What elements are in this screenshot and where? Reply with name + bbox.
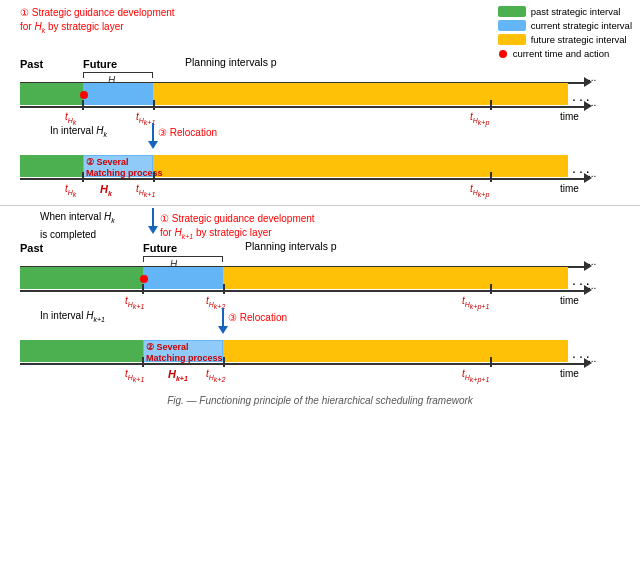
tick-hk1-bot1 bbox=[142, 284, 144, 294]
several-matching-label: ② Several Matching process bbox=[86, 157, 163, 179]
legend-label-dot: current time and action bbox=[513, 48, 610, 59]
tick-hk-2 bbox=[82, 172, 84, 182]
tick-hk-1 bbox=[82, 100, 84, 110]
legend-label-future: future strategic interval bbox=[531, 34, 627, 45]
legend-item-dot: current time and action bbox=[498, 48, 632, 59]
in-interval-bot: In interval Hk+1 bbox=[40, 310, 105, 323]
red-dot-bot bbox=[140, 275, 148, 283]
dots-bot-2: ... bbox=[588, 168, 596, 179]
divider bbox=[0, 205, 640, 206]
blue-bar-bot bbox=[143, 267, 223, 289]
relocation-label-1: ③ Relocation bbox=[158, 127, 217, 138]
green-bar-bot2 bbox=[20, 340, 143, 362]
legend-label-current: current strategic interval bbox=[531, 20, 632, 31]
tick-hk2-bot2 bbox=[223, 357, 225, 367]
legend-item-past: past strategic interval bbox=[498, 6, 632, 17]
t-hk1-bot1: tHk+1 bbox=[125, 295, 144, 310]
yellow-bar-1 bbox=[153, 83, 568, 105]
yellow-bar-bot bbox=[223, 267, 568, 289]
future-label-1: Future bbox=[83, 58, 117, 70]
axis-bottom-1 bbox=[20, 106, 585, 108]
t-hk1-2: tHk+1 bbox=[136, 183, 155, 198]
axis-bottom-2 bbox=[20, 178, 585, 180]
in-interval-annot-1: In interval Hk bbox=[50, 125, 107, 138]
t-hk2-bot2: tHk+2 bbox=[206, 368, 225, 383]
time-label-1: time bbox=[560, 111, 579, 122]
diagram-container: past strategic interval current strategi… bbox=[0, 0, 640, 572]
arrow-head-bot bbox=[218, 326, 228, 334]
legend-color-future bbox=[498, 34, 526, 45]
blue-bar-1 bbox=[83, 83, 153, 105]
axis-bottom-bot2 bbox=[20, 363, 585, 365]
arrow-down-bottom-1 bbox=[148, 208, 158, 234]
time-label-2: time bbox=[560, 183, 579, 194]
tick-hkp-1 bbox=[490, 100, 492, 110]
legend-item-future: future strategic interval bbox=[498, 34, 632, 45]
red-dot-1 bbox=[80, 91, 88, 99]
relocation-arrow-bot bbox=[218, 308, 228, 334]
planning-label-1: Planning intervals p bbox=[185, 56, 277, 68]
legend-color-current bbox=[498, 20, 526, 31]
tick-hkp-2 bbox=[490, 172, 492, 182]
t-hk1-bot2: tHk+1 bbox=[125, 368, 144, 383]
relocation-arrow-1 bbox=[148, 123, 158, 149]
hk1-bold-bot: Hk+1 bbox=[168, 368, 188, 382]
yellow-bar-bot2 bbox=[223, 340, 568, 362]
t-hk-2: tHk bbox=[65, 183, 76, 198]
time-label-bot2: time bbox=[560, 368, 579, 379]
yellow-bar-2 bbox=[153, 155, 568, 177]
legend-item-current: current strategic interval bbox=[498, 20, 632, 31]
dots-top-1: ... bbox=[588, 72, 596, 83]
arrow-line-1 bbox=[152, 123, 154, 141]
dots-bot-1: ... bbox=[588, 97, 596, 108]
t-hkp1-bot1: tHk+p+1 bbox=[462, 295, 489, 310]
hk-bold-2: Hk bbox=[100, 183, 112, 197]
dots-bot2: ... bbox=[588, 353, 596, 364]
tick-hkp1-bot2 bbox=[490, 357, 492, 367]
arrow-head-1 bbox=[148, 141, 158, 149]
tick-hk1-1 bbox=[153, 100, 155, 110]
fig-caption: Fig. — Functioning principle of the hier… bbox=[10, 395, 630, 406]
past-label-1: Past bbox=[20, 58, 43, 70]
legend-color-past bbox=[498, 6, 526, 17]
dots-top-bot: ... bbox=[588, 256, 596, 267]
legend: past strategic interval current strategi… bbox=[498, 6, 632, 59]
green-bar-1 bbox=[20, 83, 83, 105]
relocation-label-bot: ③ Relocation bbox=[228, 312, 287, 323]
several-matching-label-bot: ② Several Matching process bbox=[146, 342, 223, 364]
tick-hk1-2 bbox=[153, 172, 155, 182]
tick-hkp1-bot1 bbox=[490, 284, 492, 294]
t-hkp1-bot2: tHk+p+1 bbox=[462, 368, 489, 383]
green-bar-bot bbox=[20, 267, 143, 289]
arrow-line-b1 bbox=[152, 208, 154, 226]
when-completed-annot: When interval Hkis completed bbox=[40, 210, 115, 242]
axis-bottom-bot1 bbox=[20, 290, 585, 292]
past-label-bot: Past bbox=[20, 242, 43, 254]
tick-hk2-bot1 bbox=[223, 284, 225, 294]
legend-dot-container bbox=[498, 49, 508, 59]
red-dot-icon bbox=[499, 50, 507, 58]
t-hkp-1: tHk+p bbox=[470, 111, 489, 126]
green-bar-2 bbox=[20, 155, 83, 177]
tick-hk1-bot2 bbox=[142, 357, 144, 367]
section1-title: ① Strategic guidance development for Hk … bbox=[20, 6, 175, 38]
planning-label-bot: Planning intervals p bbox=[245, 240, 337, 252]
dots-bot-bot1: ... bbox=[588, 280, 596, 291]
future-label-bot: Future bbox=[143, 242, 177, 254]
time-label-bot1: time bbox=[560, 295, 579, 306]
legend-label-past: past strategic interval bbox=[531, 6, 621, 17]
arrow-line-bot bbox=[222, 308, 224, 326]
arrow-head-b1 bbox=[148, 226, 158, 234]
t-hkp-2: tHk+p bbox=[470, 183, 489, 198]
